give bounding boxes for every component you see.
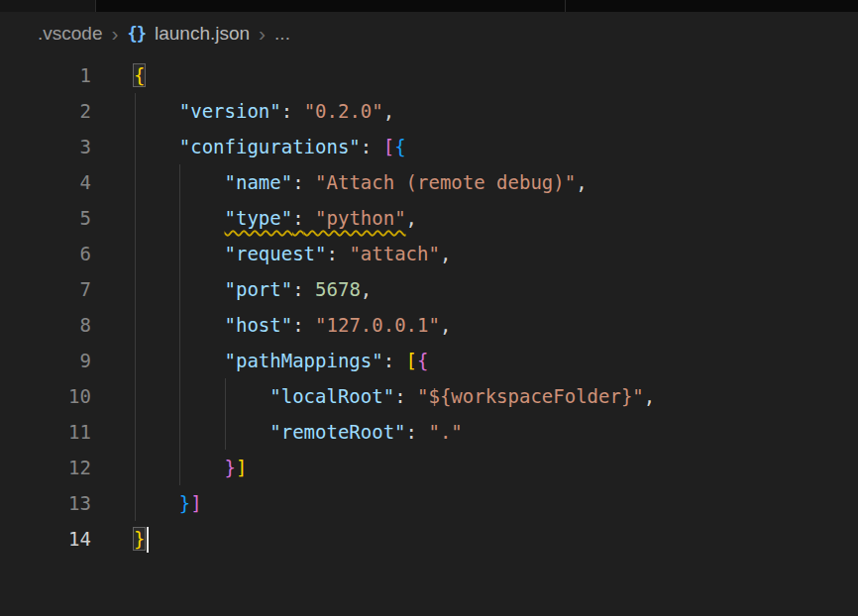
code-token: "${workspaceFolder}" xyxy=(417,385,644,407)
code-line[interactable]: 3 "configurations": [{ xyxy=(0,129,858,164)
code-token: [ xyxy=(406,350,417,371)
code-token: : xyxy=(383,350,394,371)
code-line-text[interactable]: "name": "Attach (remote debug)", xyxy=(91,164,588,200)
code-token xyxy=(292,100,303,122)
code-line[interactable]: 6 "request": "attach", xyxy=(0,236,858,271)
code-token: ] xyxy=(190,492,201,514)
code-token: "remoteRoot" xyxy=(269,421,405,443)
code-token: { xyxy=(394,136,405,157)
code-line-text[interactable]: "type": "python", xyxy=(91,200,417,236)
code-token: , xyxy=(406,207,417,229)
line-number[interactable]: 2 xyxy=(0,93,91,129)
indent-guide xyxy=(179,164,180,485)
code-area[interactable]: 1{2 "version": "0.2.0",3 "configurations… xyxy=(0,57,858,557)
matched-bracket: } xyxy=(134,528,145,550)
code-line[interactable]: 11 "remoteRoot": "." xyxy=(0,414,858,450)
line-number[interactable]: 1 xyxy=(0,57,91,93)
code-line-text[interactable]: "remoteRoot": "." xyxy=(91,414,463,450)
line-number[interactable]: 4 xyxy=(0,164,91,200)
code-line-text[interactable]: { xyxy=(91,57,145,93)
code-token: "host" xyxy=(225,314,293,336)
code-token: , xyxy=(644,385,655,407)
code-line[interactable]: 12 }] xyxy=(0,450,858,485)
code-token xyxy=(406,385,417,407)
line-number[interactable]: 6 xyxy=(0,236,91,271)
tab-separator xyxy=(95,0,96,12)
code-token: , xyxy=(440,243,451,264)
code-token: : xyxy=(292,207,303,229)
code-line-text[interactable]: "localRoot": "${workspaceFolder}", xyxy=(91,378,655,414)
breadcrumb: .vscode › {} launch.json › ... xyxy=(0,12,858,55)
code-line-text[interactable]: "port": 5678, xyxy=(91,271,372,307)
code-token: "0.2.0" xyxy=(304,100,383,122)
code-line-text[interactable]: "configurations": [{ xyxy=(91,129,406,164)
code-line-text[interactable]: } xyxy=(91,521,149,557)
line-number[interactable]: 13 xyxy=(0,485,91,521)
code-token xyxy=(338,243,349,264)
code-line-text[interactable]: }] xyxy=(91,450,247,485)
line-number[interactable]: 3 xyxy=(0,129,91,164)
code-token: [ xyxy=(383,136,394,157)
code-line-text[interactable]: "pathMappings": [{ xyxy=(91,343,428,378)
matched-bracket: { xyxy=(134,64,145,86)
chevron-right-icon: › xyxy=(111,23,118,44)
text-cursor xyxy=(147,527,149,553)
code-line-text[interactable]: }] xyxy=(91,485,202,521)
breadcrumb-folder[interactable]: .vscode xyxy=(38,23,102,45)
code-token xyxy=(134,492,179,514)
line-number[interactable]: 8 xyxy=(0,307,91,343)
code-token: : xyxy=(361,136,372,157)
code-token: ] xyxy=(236,457,247,478)
tab-separator xyxy=(565,0,566,12)
tab-bar xyxy=(0,0,858,12)
code-token xyxy=(134,136,179,157)
breadcrumb-file[interactable]: launch.json xyxy=(155,23,250,45)
code-line[interactable]: 14} xyxy=(0,521,858,557)
line-number[interactable]: 10 xyxy=(0,378,91,414)
code-token: 5678 xyxy=(315,278,361,300)
chevron-right-icon: › xyxy=(259,23,266,44)
code-line[interactable]: 4 "name": "Attach (remote debug)", xyxy=(0,164,858,200)
code-line-text[interactable]: "host": "127.0.0.1", xyxy=(91,307,451,343)
code-token: : xyxy=(406,421,417,443)
code-line-text[interactable]: "request": "attach", xyxy=(91,236,451,271)
code-token xyxy=(134,100,179,122)
line-number[interactable]: 5 xyxy=(0,200,91,236)
code-token xyxy=(134,421,269,443)
code-token: "port" xyxy=(225,278,293,300)
line-number[interactable]: 12 xyxy=(0,450,91,485)
code-token xyxy=(304,314,315,336)
indent-guide xyxy=(225,378,226,450)
code-token: : xyxy=(292,314,303,336)
line-number[interactable]: 14 xyxy=(0,521,91,557)
code-line[interactable]: 9 "pathMappings": [{ xyxy=(0,343,858,378)
code-token: : xyxy=(281,100,292,122)
active-tab-edge[interactable] xyxy=(0,0,95,12)
code-token: "version" xyxy=(179,100,281,122)
code-token: "type" xyxy=(225,207,293,229)
code-token xyxy=(372,136,382,157)
code-line[interactable]: 10 "localRoot": "${workspaceFolder}", xyxy=(0,378,858,414)
code-token: } xyxy=(225,457,236,478)
code-token xyxy=(304,207,315,229)
code-token: { xyxy=(417,350,428,371)
line-number[interactable]: 11 xyxy=(0,414,91,450)
code-token: : xyxy=(292,278,303,300)
code-token: "name" xyxy=(225,171,293,193)
code-line[interactable]: 5 "type": "python", xyxy=(0,200,858,236)
code-editor: 1{2 "version": "0.2.0",3 "configurations… xyxy=(0,57,858,557)
code-line[interactable]: 8 "host": "127.0.0.1", xyxy=(0,307,858,343)
code-line[interactable]: 7 "port": 5678, xyxy=(0,271,858,307)
code-token: "localRoot" xyxy=(269,385,394,407)
code-line[interactable]: 1{ xyxy=(0,57,858,93)
code-line-text[interactable]: "version": "0.2.0", xyxy=(91,93,394,129)
code-token: "configurations" xyxy=(179,136,361,157)
breadcrumb-overflow[interactable]: ... xyxy=(274,23,290,45)
line-number[interactable]: 7 xyxy=(0,271,91,307)
code-line[interactable]: 13 }] xyxy=(0,485,858,521)
code-line[interactable]: 2 "version": "0.2.0", xyxy=(0,93,858,129)
line-number[interactable]: 9 xyxy=(0,343,91,378)
code-token xyxy=(417,421,428,443)
code-token: "127.0.0.1" xyxy=(315,314,440,336)
code-token xyxy=(304,278,315,300)
